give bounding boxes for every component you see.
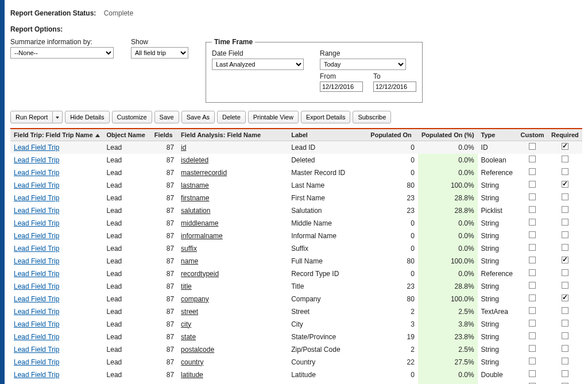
field-analysis-link[interactable]: lastname (181, 181, 209, 189)
cell-populated-on: 22 (367, 356, 418, 369)
range-label: Range (320, 49, 416, 57)
range-select[interactable]: Today (320, 59, 406, 70)
timeframe-legend: Time Frame (212, 38, 255, 46)
delete-button[interactable]: Delete (217, 111, 246, 123)
table-row: Lead Field TripLead87longitudeLongitude0… (10, 381, 582, 385)
field-analysis-link[interactable]: salutation (181, 207, 210, 215)
trip-link[interactable]: Lead Field Trip (14, 346, 59, 354)
customize-button[interactable]: Customize (112, 111, 152, 123)
col-trip[interactable]: Field Trip: Field Trip Name (10, 129, 103, 141)
cell-type: ID (478, 141, 517, 154)
trip-link[interactable]: Lead Field Trip (14, 257, 59, 265)
checkbox-icon (562, 181, 568, 188)
cell-required (548, 166, 582, 179)
col-analysis[interactable]: Field Analysis: Field Name (177, 129, 288, 141)
trip-link[interactable]: Lead Field Trip (14, 232, 59, 240)
field-analysis-link[interactable]: postalcode (181, 346, 214, 354)
trip-link[interactable]: Lead Field Trip (14, 320, 59, 328)
cell-custom (517, 318, 548, 331)
checkbox-icon (529, 345, 536, 352)
trip-link[interactable]: Lead Field Trip (14, 169, 59, 177)
export-details-button[interactable]: Export Details (301, 111, 350, 123)
cell-populated-on: 0 (367, 230, 418, 242)
col-populated-on[interactable]: Populated On (367, 129, 418, 141)
show-select[interactable]: All field trip (131, 47, 188, 59)
hide-details-button[interactable]: Hide Details (65, 111, 109, 123)
trip-link[interactable]: Lead Field Trip (14, 295, 59, 303)
trip-link[interactable]: Lead Field Trip (14, 245, 59, 253)
cell-label: Latitude (288, 369, 367, 381)
trip-link[interactable]: Lead Field Trip (14, 156, 59, 164)
table-row: Lead Field TripLead87countryCountry2227.… (10, 356, 582, 369)
date-field-select[interactable]: Last Analyzed (212, 59, 304, 70)
cell-custom (517, 242, 548, 255)
cell-object: Lead (103, 267, 151, 280)
cell-fields: 87 (151, 179, 177, 192)
cell-required (548, 356, 582, 369)
field-analysis-link[interactable]: state (181, 333, 196, 341)
checkbox-icon (529, 332, 536, 339)
to-input[interactable] (373, 82, 416, 92)
field-analysis-link[interactable]: latitude (181, 371, 203, 379)
run-report-button[interactable]: Run Report (10, 111, 53, 123)
cell-populated-on: 19 (367, 331, 418, 343)
trip-link[interactable]: Lead Field Trip (14, 219, 59, 227)
field-analysis-link[interactable]: city (181, 320, 191, 328)
summarize-select[interactable]: --None-- (10, 47, 114, 59)
trip-link[interactable]: Lead Field Trip (14, 270, 59, 278)
trip-link[interactable]: Lead Field Trip (14, 207, 59, 215)
field-analysis-link[interactable]: suffix (181, 245, 197, 253)
run-report-dropdown[interactable] (53, 111, 63, 123)
col-populated-pct[interactable]: Populated On (%) (418, 129, 478, 141)
trip-link[interactable]: Lead Field Trip (14, 143, 59, 152)
cell-populated-on: 23 (367, 280, 418, 293)
checkbox-icon (562, 206, 568, 213)
cell-label: Country (288, 356, 367, 369)
trip-link[interactable]: Lead Field Trip (14, 194, 59, 202)
field-analysis-link[interactable]: isdeleted (181, 156, 208, 164)
cell-populated-pct: 0.0% (418, 141, 478, 154)
save-as-button[interactable]: Save As (181, 111, 215, 123)
trip-link[interactable]: Lead Field Trip (14, 181, 59, 189)
save-button[interactable]: Save (154, 111, 179, 123)
checkbox-icon (529, 244, 536, 251)
checkbox-icon (529, 370, 536, 377)
trip-link[interactable]: Lead Field Trip (14, 371, 59, 379)
cell-type: String (478, 343, 517, 356)
sidebar-accent (0, 0, 5, 384)
trip-link[interactable]: Lead Field Trip (14, 333, 59, 341)
field-analysis-link[interactable]: country (181, 358, 203, 366)
field-analysis-link[interactable]: title (181, 282, 192, 290)
cell-fields: 87 (151, 267, 177, 280)
col-type[interactable]: Type (478, 129, 517, 141)
table-row: Lead Field TripLead87informalnameInforma… (10, 230, 582, 242)
field-analysis-link[interactable]: street (181, 308, 198, 316)
cell-label: Informal Name (288, 230, 367, 242)
timeframe-fieldset: Time Frame Date Field Last Analyzed Rang… (206, 38, 423, 103)
cell-type: Boolean (478, 154, 517, 166)
field-analysis-link[interactable]: informalname (181, 232, 223, 240)
field-analysis-link[interactable]: name (181, 257, 198, 265)
field-analysis-link[interactable]: middlename (181, 219, 218, 227)
trip-link[interactable]: Lead Field Trip (14, 308, 59, 316)
col-required[interactable]: Required (548, 129, 582, 141)
cell-required (548, 280, 582, 293)
field-analysis-link[interactable]: masterrecordid (181, 169, 227, 177)
cell-type: String (478, 280, 517, 293)
col-custom[interactable]: Custom (517, 129, 548, 141)
subscribe-button[interactable]: Subscribe (353, 111, 391, 123)
col-label[interactable]: Label (288, 129, 367, 141)
checkbox-icon (562, 168, 568, 175)
show-label: Show (131, 38, 188, 46)
trip-link[interactable]: Lead Field Trip (14, 358, 59, 366)
field-analysis-link[interactable]: company (181, 295, 209, 303)
field-analysis-link[interactable]: firstname (181, 194, 209, 202)
from-input[interactable] (320, 82, 363, 92)
printable-view-button[interactable]: Printable View (248, 111, 299, 123)
trip-link[interactable]: Lead Field Trip (14, 282, 59, 290)
field-analysis-link[interactable]: recordtypeid (181, 270, 219, 278)
field-analysis-link[interactable]: id (181, 143, 186, 152)
cell-type: String (478, 356, 517, 369)
col-fields[interactable]: Fields (151, 129, 177, 141)
col-object[interactable]: Object Name (103, 129, 151, 141)
